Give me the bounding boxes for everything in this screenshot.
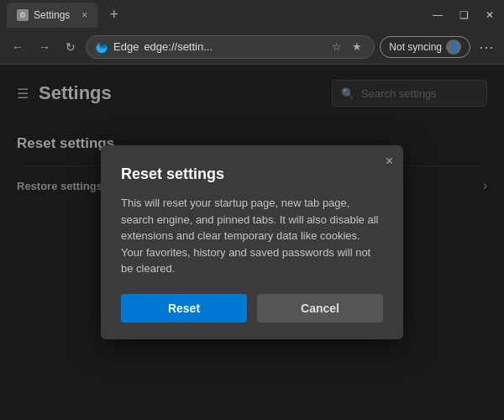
tab-title: Settings bbox=[34, 9, 70, 21]
cancel-button[interactable]: Cancel bbox=[257, 294, 383, 323]
forward-button[interactable]: → bbox=[34, 37, 55, 57]
settings-tab-icon: ⚙ bbox=[17, 9, 29, 21]
window-controls: — ❑ ✕ bbox=[429, 8, 497, 23]
address-bar: ← → ↻ Edge edge://settin... ☆ ★ Not sync… bbox=[0, 29, 504, 65]
back-button[interactable]: ← bbox=[7, 37, 29, 57]
avatar: 👤 bbox=[446, 39, 461, 55]
favorites-icon[interactable]: ★ bbox=[349, 39, 365, 55]
title-bar: ⚙ Settings × + — ❑ ✕ bbox=[0, 0, 504, 29]
dialog-buttons: Reset Cancel bbox=[121, 294, 383, 323]
tab-close-button[interactable]: × bbox=[81, 9, 87, 21]
maximize-button[interactable]: ❑ bbox=[456, 8, 472, 23]
dialog-body: This will reset your startup page, new t… bbox=[121, 195, 383, 277]
modal-overlay: × Reset settings This will reset your st… bbox=[0, 65, 504, 420]
star-icon[interactable]: ☆ bbox=[328, 39, 345, 55]
address-icons: ☆ ★ bbox=[328, 39, 365, 55]
sync-label: Not syncing bbox=[389, 41, 442, 53]
settings-tab[interactable]: ⚙ Settings × bbox=[7, 3, 97, 28]
dialog-title: Reset settings bbox=[121, 165, 383, 183]
sync-button[interactable]: Not syncing 👤 bbox=[380, 36, 470, 58]
edge-logo-icon bbox=[95, 40, 108, 54]
browser-menu-button[interactable]: ⋯ bbox=[475, 38, 497, 56]
new-tab-button[interactable]: + bbox=[104, 6, 123, 24]
address-text: edge://settin... bbox=[144, 40, 213, 53]
dialog-close-button[interactable]: × bbox=[386, 154, 393, 169]
close-button[interactable]: ✕ bbox=[482, 8, 497, 23]
edge-label: Edge bbox=[113, 40, 139, 53]
address-field[interactable]: Edge edge://settin... ☆ ★ bbox=[86, 35, 375, 59]
reset-confirm-button[interactable]: Reset bbox=[121, 294, 247, 323]
minimize-button[interactable]: — bbox=[429, 8, 446, 23]
reset-dialog: × Reset settings This will reset your st… bbox=[101, 145, 403, 339]
refresh-button[interactable]: ↻ bbox=[60, 37, 81, 57]
